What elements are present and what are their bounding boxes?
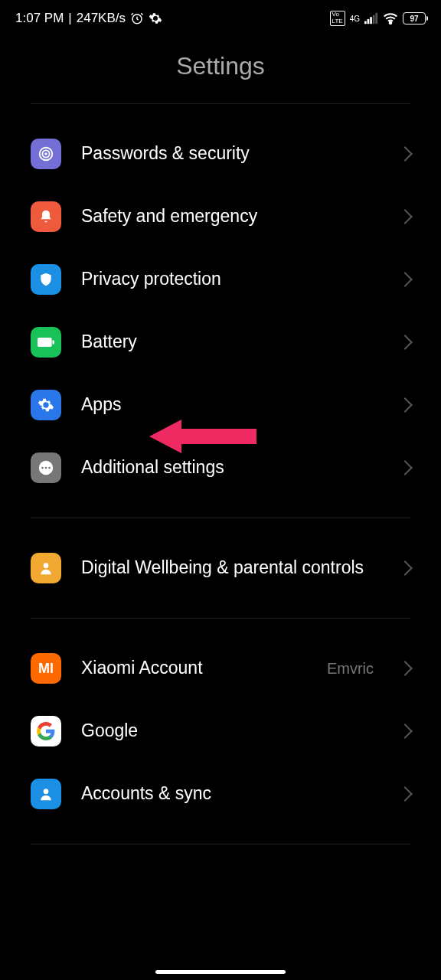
status-speed: 247KB/s	[77, 11, 126, 26]
chevron-right-icon	[397, 397, 413, 413]
bell-icon	[31, 201, 61, 232]
svg-point-9	[45, 153, 47, 155]
section-1: Passwords & security Safety and emergenc…	[0, 104, 441, 518]
item-value: Emvric	[327, 660, 374, 678]
svg-point-14	[45, 467, 47, 469]
item-battery[interactable]: Battery	[0, 311, 441, 374]
item-label: Xiaomi Account	[81, 657, 307, 680]
item-privacy-protection[interactable]: Privacy protection	[0, 248, 441, 311]
page-title: Settings	[0, 52, 441, 80]
status-time: 1:07 PM	[15, 11, 64, 26]
chevron-right-icon	[397, 209, 413, 224]
signal-icon	[364, 12, 378, 24]
section-2: Digital Wellbeing & parental controls	[0, 518, 441, 618]
svg-rect-2	[368, 19, 370, 24]
item-xiaomi-account[interactable]: MI Xiaomi Account Emvric	[0, 637, 441, 700]
item-label: Passwords & security	[81, 142, 380, 165]
item-passwords-security[interactable]: Passwords & security	[0, 122, 441, 185]
status-right: VoLTE 4G 97	[330, 11, 426, 26]
item-google[interactable]: Google	[0, 700, 441, 763]
item-accounts-sync[interactable]: Accounts & sync	[0, 763, 441, 825]
header: Settings	[0, 37, 441, 103]
person-icon	[31, 553, 61, 583]
item-label: Battery	[81, 331, 380, 354]
chevron-right-icon	[397, 661, 413, 676]
gear-icon	[31, 390, 61, 420]
home-indicator[interactable]	[155, 970, 286, 974]
alarm-icon	[130, 11, 144, 25]
item-digital-wellbeing[interactable]: Digital Wellbeing & parental controls	[0, 537, 441, 599]
svg-rect-1	[364, 21, 367, 24]
status-bar: 1:07 PM | 247KB/s VoLTE 4G 97	[0, 0, 441, 37]
gear-icon	[149, 11, 162, 25]
chevron-right-icon	[397, 786, 413, 802]
svg-point-6	[390, 22, 392, 24]
svg-rect-5	[375, 13, 377, 24]
dots-icon	[31, 452, 61, 483]
svg-point-15	[48, 467, 51, 469]
section-3: MI Xiaomi Account Emvric Google Accounts…	[0, 619, 441, 844]
chevron-right-icon	[397, 560, 413, 576]
chevron-right-icon	[397, 724, 413, 739]
battery-icon: 97	[403, 12, 426, 24]
account-icon	[31, 779, 61, 809]
item-label: Accounts & sync	[81, 782, 380, 805]
wifi-icon	[383, 12, 398, 24]
chevron-right-icon	[397, 460, 413, 475]
volte-icon: VoLTE	[330, 11, 345, 26]
fingerprint-icon	[31, 139, 61, 169]
chevron-right-icon	[397, 335, 413, 350]
svg-rect-10	[38, 338, 52, 347]
item-additional-settings[interactable]: Additional settings	[0, 436, 441, 499]
item-label: Apps	[81, 394, 380, 416]
item-label: Safety and emergency	[81, 205, 380, 228]
google-icon	[31, 716, 61, 746]
mi-logo-icon: MI	[31, 653, 61, 684]
chevron-right-icon	[397, 272, 413, 287]
svg-point-16	[44, 563, 49, 568]
item-label: Google	[81, 720, 380, 743]
item-safety-emergency[interactable]: Safety and emergency	[0, 185, 441, 248]
signal-4g-icon: 4G	[350, 15, 360, 23]
chevron-right-icon	[397, 146, 413, 162]
item-label: Digital Wellbeing & parental controls	[81, 557, 380, 580]
svg-rect-4	[373, 15, 375, 24]
battery-icon	[31, 327, 61, 358]
svg-rect-11	[52, 340, 54, 344]
item-apps[interactable]: Apps	[0, 374, 441, 436]
item-label: Additional settings	[81, 456, 380, 479]
shield-icon	[31, 264, 61, 295]
item-label: Privacy protection	[81, 268, 380, 291]
svg-rect-3	[370, 17, 372, 24]
divider	[31, 844, 410, 844]
status-left: 1:07 PM | 247KB/s	[15, 11, 162, 26]
svg-point-17	[44, 789, 49, 794]
svg-point-13	[41, 467, 44, 469]
